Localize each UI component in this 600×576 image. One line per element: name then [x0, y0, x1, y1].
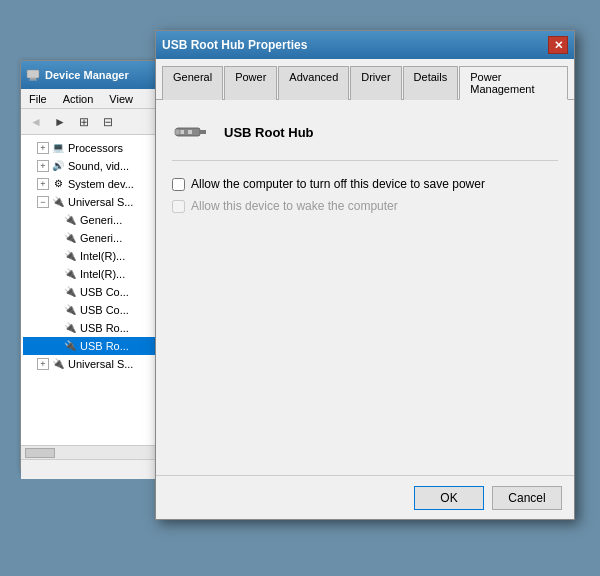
expand-universal[interactable]: −	[37, 196, 49, 208]
menu-view[interactable]: View	[105, 92, 137, 106]
svg-rect-0	[27, 70, 39, 78]
icon-usbco1: 🔌	[63, 285, 77, 299]
icon-usbro2: 🔌	[63, 339, 77, 353]
checkbox-wake-label: Allow this device to wake the computer	[191, 199, 398, 213]
svg-rect-5	[180, 130, 184, 134]
dialog-title: USB Root Hub Properties	[162, 38, 548, 52]
checkbox-row-poweroff: Allow the computer to turn off this devi…	[172, 177, 558, 191]
svg-rect-7	[175, 129, 180, 135]
icon-universal: 🔌	[51, 195, 65, 209]
checkbox-row-wake: Allow this device to wake the computer	[172, 199, 558, 213]
icon-usbco2: 🔌	[63, 303, 77, 317]
svg-rect-6	[188, 130, 192, 134]
checkbox-poweroff[interactable]	[172, 178, 185, 191]
menu-file[interactable]: File	[25, 92, 51, 106]
dialog-footer: OK Cancel	[156, 475, 574, 519]
toolbar-refresh-btn[interactable]: ⊟	[97, 112, 119, 132]
icon-generic2: 🔌	[63, 231, 77, 245]
icon-processors: 💻	[51, 141, 65, 155]
tab-general[interactable]: General	[162, 66, 223, 100]
icon-intel2: 🔌	[63, 267, 77, 281]
toolbar-back-btn[interactable]: ◄	[25, 112, 47, 132]
icon-sound: 🔊	[51, 159, 65, 173]
svg-rect-1	[30, 78, 36, 80]
expand-universal2[interactable]: +	[37, 358, 49, 370]
menu-action[interactable]: Action	[59, 92, 98, 106]
tab-powermanagement[interactable]: Power Management	[459, 66, 568, 100]
icon-systemdev: ⚙	[51, 177, 65, 191]
dialog-tabs: General Power Advanced Driver Details Po…	[156, 59, 574, 100]
dialog-window: USB Root Hub Properties ✕ General Power …	[155, 30, 575, 520]
device-name: USB Root Hub	[224, 125, 314, 140]
icon-generic1: 🔌	[63, 213, 77, 227]
icon-usbro1: 🔌	[63, 321, 77, 335]
toolbar-forward-btn[interactable]: ►	[49, 112, 71, 132]
device-header: USB Root Hub	[172, 116, 558, 161]
cancel-button[interactable]: Cancel	[492, 486, 562, 510]
ok-button[interactable]: OK	[414, 486, 484, 510]
expand-processors[interactable]: +	[37, 142, 49, 154]
icon-universal2: 🔌	[51, 357, 65, 371]
dialog-close-btn[interactable]: ✕	[548, 36, 568, 54]
expand-systemdev[interactable]: +	[37, 178, 49, 190]
dialog-titlebar: USB Root Hub Properties ✕	[156, 31, 574, 59]
checkbox-wake[interactable]	[172, 200, 185, 213]
tab-driver[interactable]: Driver	[350, 66, 401, 100]
svg-rect-4	[200, 130, 206, 134]
device-manager-icon	[25, 67, 41, 83]
tab-power[interactable]: Power	[224, 66, 277, 100]
usb-icon	[172, 116, 212, 148]
expand-sound[interactable]: +	[37, 160, 49, 172]
icon-intel1: 🔌	[63, 249, 77, 263]
svg-rect-2	[29, 80, 37, 81]
tab-details[interactable]: Details	[403, 66, 459, 100]
tab-advanced[interactable]: Advanced	[278, 66, 349, 100]
dialog-content: USB Root Hub Allow the computer to turn …	[156, 100, 574, 237]
toolbar-properties-btn[interactable]: ⊞	[73, 112, 95, 132]
checkbox-poweroff-label[interactable]: Allow the computer to turn off this devi…	[191, 177, 485, 191]
